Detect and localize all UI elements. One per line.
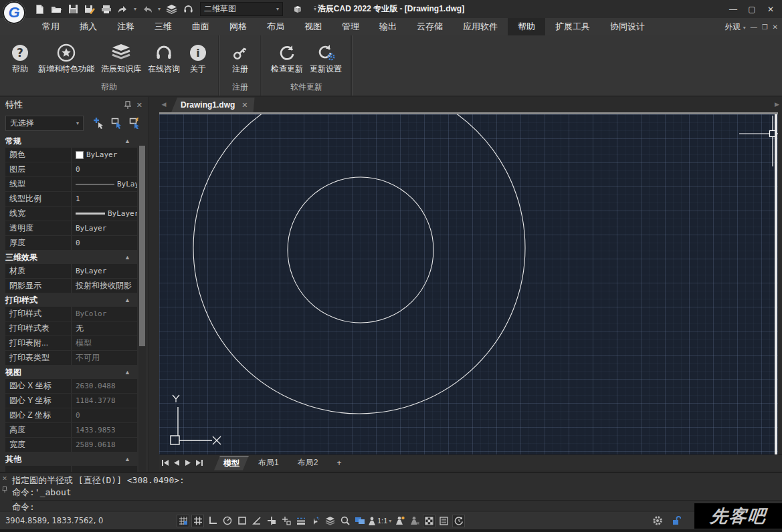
ribbon-tab-yingyongruanjian[interactable]: 应用软件: [453, 18, 508, 35]
property-row-height[interactable]: 高度 1433.9853: [5, 423, 137, 438]
ribbon-tab-yuncunchu[interactable]: 云存储: [407, 18, 453, 35]
clean-screen-icon[interactable]: [452, 515, 465, 527]
property-row-center-z[interactable]: 圆心 Z 坐标 0: [5, 408, 137, 423]
command-line-area[interactable]: ✕ 指定圆的半径或 [直径(D)] <308.0490>: 命令:'_about…: [0, 472, 782, 511]
close-button[interactable]: ✕: [762, 3, 779, 16]
ribbon-tab-guanli[interactable]: 管理: [332, 18, 369, 35]
ribbon-tab-zhushi[interactable]: 注释: [107, 18, 144, 35]
property-row-color[interactable]: 颜色 ByLayer: [5, 148, 137, 162]
object-snap-icon[interactable]: [235, 515, 248, 527]
update-settings-button[interactable]: 更新设置: [310, 42, 342, 75]
property-row-plot-table-attached[interactable]: 打印表附... 模型: [5, 336, 137, 351]
redo-icon[interactable]: [140, 2, 155, 17]
last-layout-icon[interactable]: [193, 457, 205, 469]
doc-tabs-right-chevron-icon[interactable]: ▶: [775, 97, 779, 112]
ortho-mode-icon[interactable]: [206, 515, 219, 527]
property-row-linetype[interactable]: 线型 ByLayer: [5, 177, 137, 192]
tab-layout2[interactable]: 布局2: [288, 456, 328, 471]
support-headset-icon[interactable]: [181, 2, 195, 17]
grid-display-icon[interactable]: [191, 515, 204, 527]
new-features-button[interactable]: 新增和特色功能: [38, 42, 94, 75]
property-row-plot-style[interactable]: 打印样式 ByColor: [5, 307, 137, 321]
command-close-icon[interactable]: ✕: [2, 475, 7, 482]
save-icon[interactable]: [66, 2, 80, 17]
tab-close-icon[interactable]: ✕: [241, 101, 248, 110]
property-row-material[interactable]: 材质 ByLayer: [5, 264, 137, 279]
doc-tabs-left-chevron-icon[interactable]: ◀: [159, 97, 169, 112]
isodraft-angle-icon[interactable]: [250, 515, 263, 527]
tab-model[interactable]: 模型: [214, 456, 249, 471]
new-file-icon[interactable]: [32, 2, 47, 17]
property-row-linetype-scale[interactable]: 线型比例 1: [5, 192, 137, 207]
ribbon-tab-shuchu[interactable]: 输出: [369, 18, 407, 35]
save-as-icon[interactable]: [82, 2, 97, 17]
property-row-center-x[interactable]: 圆心 X 坐标 2630.0488: [5, 379, 137, 394]
maximize-button[interactable]: ▢: [743, 3, 761, 16]
properties-scrollbar[interactable]: [138, 146, 146, 475]
check-update-button[interactable]: 检查更新: [271, 42, 303, 75]
layer-isolate-icon[interactable]: [324, 515, 336, 527]
property-row-center-y[interactable]: 圆心 Y 坐标 1184.3778: [5, 394, 137, 408]
section-header-general[interactable]: 常规▲: [0, 134, 137, 148]
unlock-icon[interactable]: [670, 515, 683, 527]
property-row-plot-style-table[interactable]: 打印样式表 无: [5, 321, 137, 336]
command-pin-icon[interactable]: [2, 486, 7, 493]
ribbon-tab-qumian[interactable]: 曲面: [182, 18, 219, 35]
property-row-thickness[interactable]: 厚度 0: [5, 236, 137, 251]
property-row-width[interactable]: 宽度 2589.0618: [5, 438, 137, 452]
app-logo[interactable]: G: [3, 1, 25, 24]
section-header-other[interactable]: 其他▲: [0, 452, 137, 466]
open-file-icon[interactable]: [49, 2, 64, 17]
sheet-set-icon[interactable]: [164, 2, 179, 17]
quick-select-lightning-icon[interactable]: [128, 116, 142, 130]
toolbar-overflow-caret[interactable]: ▾̄: [312, 6, 318, 12]
property-row-layer[interactable]: 图层 0: [5, 162, 137, 177]
tab-layout1[interactable]: 布局1: [249, 456, 288, 471]
annotation-monitor-icon[interactable]: [437, 515, 450, 527]
object-snap-tracking-icon[interactable]: [280, 515, 292, 527]
minimize-button[interactable]: —: [724, 3, 742, 16]
ribbon-tab-sanwei[interactable]: 三维: [144, 18, 182, 35]
polar-tracking-icon[interactable]: [221, 515, 233, 527]
zoom-magnifier-icon[interactable]: [338, 515, 351, 527]
mdi-minimize-button[interactable]: —: [751, 23, 757, 31]
dual-monitor-icon[interactable]: [353, 515, 366, 527]
ribbon-tab-changyong[interactable]: 常用: [32, 18, 70, 35]
undo-dropdown-caret[interactable]: ▾: [132, 6, 138, 12]
ribbon-tab-bangzhu[interactable]: 帮助: [508, 18, 545, 35]
ribbon-tab-kuozhangongju[interactable]: 扩展工具: [545, 18, 600, 35]
register-button[interactable]: 注册: [229, 42, 252, 75]
scrollbar-thumb[interactable]: [139, 146, 145, 346]
section-header-3d-effects[interactable]: 三维效果▲: [0, 251, 137, 264]
workspace-combo[interactable]: 二维草图 ▾: [200, 2, 283, 16]
selection-cycling-icon[interactable]: [309, 515, 322, 527]
tab-add-layout[interactable]: +: [327, 456, 351, 471]
lineweight-display-icon[interactable]: [294, 515, 307, 527]
quick-select-icon[interactable]: [110, 116, 124, 130]
drawing-utility-cube-icon[interactable]: [290, 2, 305, 17]
about-button[interactable]: i 关于: [187, 42, 209, 75]
knowledge-base-button[interactable]: 浩辰知识库: [101, 42, 141, 75]
online-support-button[interactable]: 在线咨询: [148, 42, 180, 75]
help-button[interactable]: ? 帮助: [9, 42, 31, 75]
add-selection-icon[interactable]: [92, 116, 106, 130]
mdi-restore-button[interactable]: ❐: [762, 23, 768, 31]
property-row-lineweight[interactable]: 线宽 ByLayer: [5, 207, 137, 221]
undo-icon[interactable]: [116, 2, 130, 17]
property-row-plot-table-type[interactable]: 打印表类型 不可用: [5, 351, 137, 366]
plot-icon[interactable]: [99, 2, 114, 17]
snap-grid-icon[interactable]: [177, 515, 189, 527]
annotation-visibility-icon[interactable]: [393, 515, 406, 527]
ribbon-tab-xietongsheji[interactable]: 协同设计: [600, 18, 655, 35]
prev-layout-icon[interactable]: [171, 457, 182, 469]
pin-icon[interactable]: [124, 101, 131, 109]
ribbon-tab-shitu[interactable]: 视图: [294, 18, 332, 35]
next-layout-icon[interactable]: [182, 457, 193, 469]
section-header-plot-style[interactable]: 打印样式▲: [0, 293, 137, 307]
annotation-autoscale-icon[interactable]: [408, 515, 421, 527]
canvas-scrollbar[interactable]: [775, 114, 777, 454]
document-tab-drawing1[interactable]: Drawing1.dwg ✕: [171, 98, 255, 112]
mdi-close-button[interactable]: ✕: [773, 23, 778, 31]
dynamic-input-icon[interactable]: [265, 515, 278, 527]
workspace-switch-icon[interactable]: [423, 515, 435, 527]
